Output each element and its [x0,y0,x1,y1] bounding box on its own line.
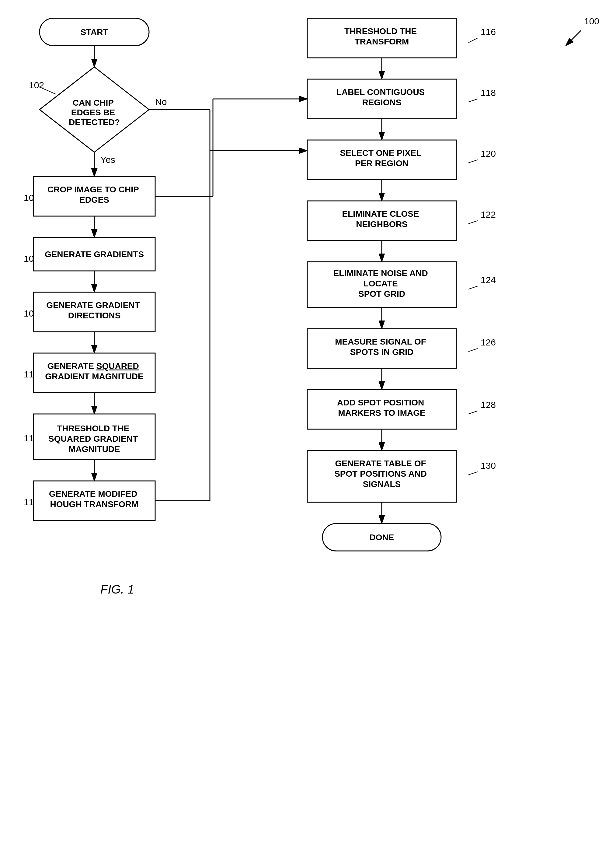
generate-gradients-label: GENERATE GRADIENTS [45,250,144,259]
ref-126: 126 [481,337,496,347]
svg-line-30 [468,221,478,224]
ref-102: 102 [29,80,44,90]
svg-line-38 [468,472,478,475]
ref-100: 100 [584,16,599,26]
ref-120: 120 [481,148,496,159]
ref-122: 122 [481,209,496,219]
flowchart-diagram: 100 START 102 CAN CHIP EDGES BE DETECTED… [0,0,616,841]
start-label: START [80,27,108,37]
ref-116: 116 [481,27,496,37]
svg-line-23 [468,99,478,102]
svg-line-32 [468,286,478,289]
ref-124: 124 [481,275,496,285]
figure-caption: FIG. 1 [100,582,134,596]
done-label: DONE [370,533,394,542]
no-label: No [155,97,167,107]
ref-130: 130 [481,460,496,470]
svg-line-1 [566,31,581,46]
svg-line-28 [468,160,478,163]
svg-line-21 [468,38,478,43]
yes-label: Yes [100,154,115,165]
ref-128: 128 [481,400,496,410]
svg-line-34 [468,348,478,351]
svg-line-36 [468,411,478,414]
ref-118: 118 [481,88,496,98]
svg-line-3 [39,87,56,94]
can-chip-label: CAN CHIP EDGES BE DETECTED? [69,98,120,127]
